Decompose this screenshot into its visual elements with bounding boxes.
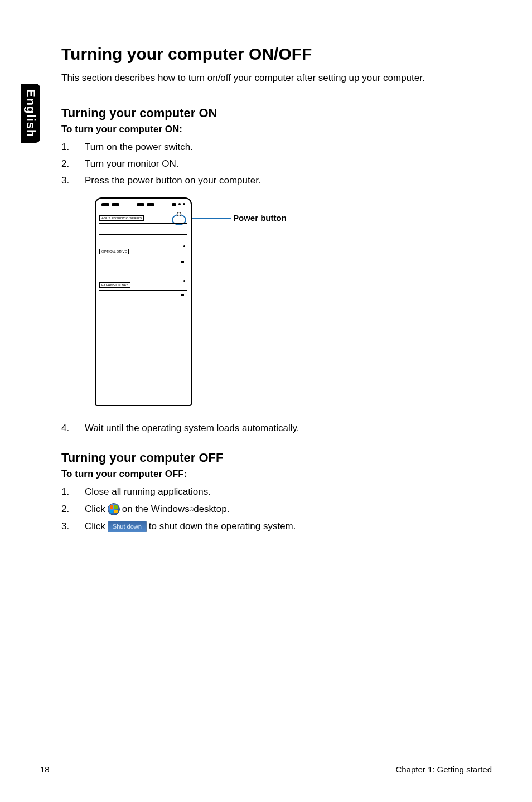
computer-tower-illustration: ASUS ESSENTIO SERIES OPTICAL DRIVE EXPAN… [95, 197, 192, 406]
step-text: Close all running applications. [85, 486, 211, 497]
step-text: Turn on the power switch. [85, 142, 193, 153]
list-item: 1.Close all running applications. [61, 486, 492, 497]
expansion-bay-label: EXPANSION BAY [99, 282, 130, 288]
list-item: 3.Press the power button on your compute… [61, 175, 492, 186]
callout-line [192, 218, 231, 219]
off-steps-list: 1.Close all running applications. 2. Cli… [61, 486, 492, 532]
step-text-part: desktop. [194, 504, 229, 515]
list-item: 2.Turn your monitor ON. [61, 158, 492, 170]
step-text-part: to shut down the operating system. [149, 521, 296, 532]
step-text: Press the power button on your computer. [85, 175, 261, 186]
on-steps-list: 1.Turn on the power switch. 2.Turn your … [61, 142, 492, 186]
list-item: 4.Wait until the operating system loads … [61, 423, 492, 434]
intro-text: This section describes how to turn on/of… [61, 73, 492, 84]
section-off-sub: To turn your computer OFF: [61, 468, 492, 480]
step-text-part: Click [85, 504, 105, 515]
page-number: 18 [40, 765, 50, 774]
on-steps-list-cont: 4.Wait until the operating system loads … [61, 423, 492, 434]
power-button-icon [172, 214, 186, 225]
step-text: Wait until the operating system loads au… [85, 423, 299, 434]
section-off-heading: Turning your computer OFF [61, 451, 492, 465]
step-text: Turn your monitor ON. [85, 158, 178, 170]
registered-mark: ® [190, 506, 194, 513]
windows-start-icon [108, 503, 120, 515]
page-title: Turning your computer ON/OFF [61, 45, 492, 64]
computer-figure: ASUS ESSENTIO SERIES OPTICAL DRIVE EXPAN… [95, 197, 492, 406]
language-tab: English [21, 84, 40, 143]
power-button-callout: Power button [233, 213, 287, 223]
step-text-part: on the Windows [122, 504, 190, 515]
shutdown-button-icon: Shut down [108, 521, 147, 532]
list-item: 3. Click Shut down to shut down the oper… [61, 521, 492, 532]
brand-label: ASUS ESSENTIO SERIES [99, 215, 144, 221]
chapter-label: Chapter 1: Getting started [395, 765, 492, 774]
section-on-heading: Turning your computer ON [61, 106, 492, 120]
list-item: 1.Turn on the power switch. [61, 142, 492, 153]
optical-drive-label: OPTICAL DRIVE [99, 249, 129, 254]
page-content: Turning your computer ON/OFF This sectio… [0, 0, 532, 532]
shutdown-button-label: Shut down [108, 521, 147, 532]
page-footer: 18 Chapter 1: Getting started [40, 761, 492, 774]
list-item: 2. Click on the Windows® desktop. [61, 503, 492, 515]
section-on-sub: To turn your computer ON: [61, 124, 492, 135]
step-text-part: Click [85, 521, 105, 532]
